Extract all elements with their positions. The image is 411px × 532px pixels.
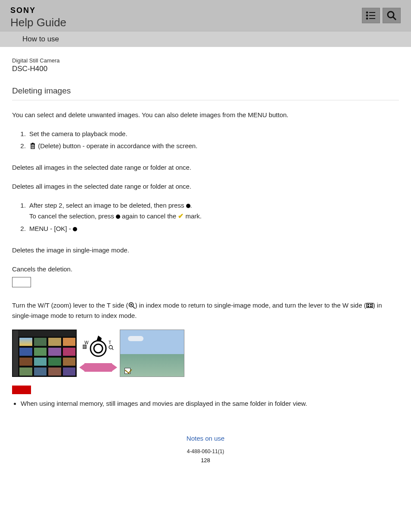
header-bar: SONY Help Guide: [0, 0, 411, 31]
step2-1: After step 2, select an image to be dele…: [28, 200, 399, 222]
subnav-bar: How to use: [0, 31, 411, 47]
note-flag: [12, 386, 31, 394]
article-title: Deleting images: [12, 86, 399, 96]
check-icon: ✔: [178, 212, 184, 220]
step-2-text: (Delete) button - operate in accordance …: [38, 142, 197, 149]
svg-point-32: [109, 345, 112, 349]
check-overlay-icon: [125, 368, 131, 374]
svg-rect-30: [85, 347, 86, 348]
search-button[interactable]: [383, 8, 401, 23]
brand-logo: SONY: [10, 6, 66, 15]
paragraph-cancel: Cancels the deletion.: [12, 264, 399, 274]
paragraph-delete-all-2: Deletes all images in the selected date …: [12, 181, 399, 192]
note-item-1: When using internal memory, still images…: [21, 398, 399, 409]
double-arrow-icon: [81, 363, 115, 372]
svg-rect-29: [84, 347, 84, 348]
zoom-lever-icon: W T: [83, 335, 114, 361]
trash-icon: [29, 143, 36, 149]
step2-2: MENU - [OK] -: [28, 224, 399, 234]
svg-rect-26: [83, 345, 86, 348]
steps-list-1: Set the camera to playback mode. (Delete…: [12, 129, 399, 151]
center-dot-icon: [186, 204, 190, 208]
single-image-preview: [120, 330, 184, 377]
steps-list-2: After step 2, select an image to be dele…: [12, 200, 399, 234]
product-model: DSC-H400: [12, 65, 399, 73]
paragraph-delete-all-1: Deletes all images in the selected date …: [12, 162, 399, 173]
page-content: Digital Still Camera DSC-H400 Deleting i…: [0, 47, 411, 481]
intro-paragraph: You can select and delete unwanted image…: [12, 110, 399, 120]
svg-rect-13: [32, 143, 34, 144]
svg-rect-12: [31, 143, 35, 144]
svg-point-24: [94, 344, 103, 353]
step-2: (Delete) button - operate in accordance …: [28, 141, 399, 151]
svg-rect-22: [370, 306, 372, 307]
svg-line-15: [133, 306, 135, 308]
svg-text:T: T: [109, 340, 111, 345]
svg-rect-19: [367, 304, 369, 305]
svg-rect-27: [84, 345, 84, 346]
svg-line-7: [393, 17, 396, 20]
title-rule: [12, 100, 399, 100]
svg-point-6: [388, 12, 394, 18]
svg-line-33: [112, 348, 113, 350]
svg-rect-21: [367, 306, 369, 307]
help-guide-title: Help Guide: [10, 16, 66, 29]
notes-list: When using internal memory, still images…: [12, 398, 399, 409]
index-thumbnails: [12, 330, 77, 377]
manual-code: 4-488-060-11(1): [12, 448, 399, 454]
svg-point-0: [366, 12, 368, 13]
svg-rect-20: [370, 304, 372, 305]
svg-point-4: [366, 18, 368, 19]
svg-point-23: [90, 341, 106, 356]
step-1: Set the camera to playback mode.: [28, 129, 399, 139]
magnify-plus-icon: [128, 302, 135, 309]
toc-button[interactable]: [362, 8, 380, 23]
subnav-how-to-use[interactable]: How to use: [16, 35, 395, 44]
svg-rect-28: [85, 345, 86, 346]
search-icon: [386, 10, 397, 21]
center-dot-icon: [116, 215, 120, 219]
empty-box: [12, 277, 31, 287]
notes-on-use-link[interactable]: Notes on use: [187, 435, 224, 442]
index-grid-icon: [366, 302, 373, 309]
center-dot-icon: [73, 227, 77, 231]
zoom-illustration: W T: [12, 330, 399, 377]
svg-point-2: [366, 15, 368, 16]
product-category: Digital Still Camera: [12, 57, 399, 64]
list-icon: [366, 11, 376, 20]
paragraph-single-image: Deletes the image in single-image mode.: [12, 245, 399, 255]
zoom-paragraph: Turn the W/T (zoom) lever to the T side …: [12, 300, 399, 321]
svg-text:W: W: [84, 340, 89, 345]
page-number: 128: [12, 457, 399, 464]
